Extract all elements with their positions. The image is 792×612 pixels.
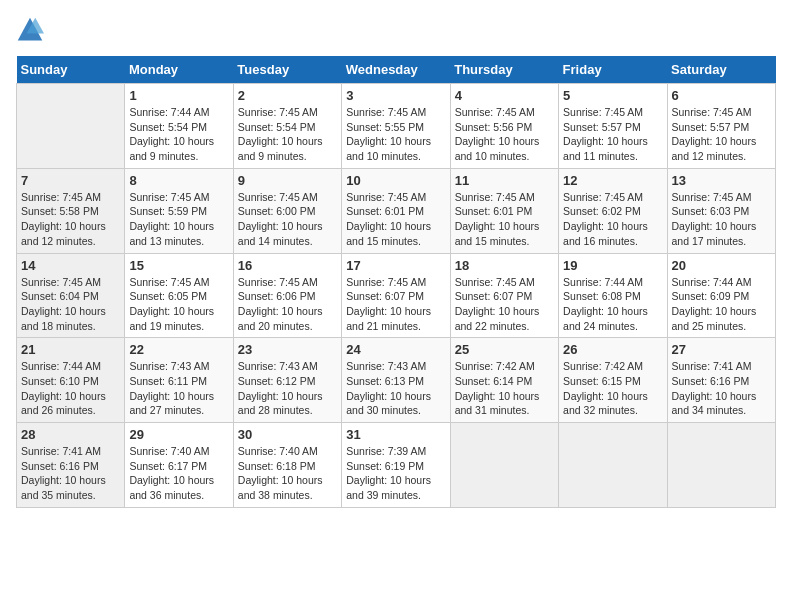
day-info: Sunrise: 7:40 AMSunset: 6:18 PMDaylight:… bbox=[238, 444, 337, 503]
day-info: Sunrise: 7:45 AMSunset: 5:54 PMDaylight:… bbox=[238, 105, 337, 164]
day-cell: 12Sunrise: 7:45 AMSunset: 6:02 PMDayligh… bbox=[559, 168, 667, 253]
week-row-5: 28Sunrise: 7:41 AMSunset: 6:16 PMDayligh… bbox=[17, 423, 776, 508]
day-number: 2 bbox=[238, 88, 337, 103]
day-cell: 14Sunrise: 7:45 AMSunset: 6:04 PMDayligh… bbox=[17, 253, 125, 338]
day-cell: 22Sunrise: 7:43 AMSunset: 6:11 PMDayligh… bbox=[125, 338, 233, 423]
day-cell: 2Sunrise: 7:45 AMSunset: 5:54 PMDaylight… bbox=[233, 84, 341, 169]
day-info: Sunrise: 7:45 AMSunset: 6:07 PMDaylight:… bbox=[346, 275, 445, 334]
day-cell: 9Sunrise: 7:45 AMSunset: 6:00 PMDaylight… bbox=[233, 168, 341, 253]
header-cell-wednesday: Wednesday bbox=[342, 56, 450, 84]
day-number: 25 bbox=[455, 342, 554, 357]
day-cell: 11Sunrise: 7:45 AMSunset: 6:01 PMDayligh… bbox=[450, 168, 558, 253]
day-info: Sunrise: 7:45 AMSunset: 5:57 PMDaylight:… bbox=[672, 105, 771, 164]
day-number: 20 bbox=[672, 258, 771, 273]
day-info: Sunrise: 7:45 AMSunset: 6:07 PMDaylight:… bbox=[455, 275, 554, 334]
day-cell: 17Sunrise: 7:45 AMSunset: 6:07 PMDayligh… bbox=[342, 253, 450, 338]
day-number: 3 bbox=[346, 88, 445, 103]
day-info: Sunrise: 7:45 AMSunset: 6:01 PMDaylight:… bbox=[346, 190, 445, 249]
day-info: Sunrise: 7:45 AMSunset: 5:55 PMDaylight:… bbox=[346, 105, 445, 164]
calendar-table: SundayMondayTuesdayWednesdayThursdayFrid… bbox=[16, 56, 776, 508]
day-cell bbox=[667, 423, 775, 508]
day-number: 11 bbox=[455, 173, 554, 188]
day-info: Sunrise: 7:45 AMSunset: 5:57 PMDaylight:… bbox=[563, 105, 662, 164]
day-number: 8 bbox=[129, 173, 228, 188]
day-info: Sunrise: 7:45 AMSunset: 5:58 PMDaylight:… bbox=[21, 190, 120, 249]
week-row-2: 7Sunrise: 7:45 AMSunset: 5:58 PMDaylight… bbox=[17, 168, 776, 253]
header-row: SundayMondayTuesdayWednesdayThursdayFrid… bbox=[17, 56, 776, 84]
day-cell: 21Sunrise: 7:44 AMSunset: 6:10 PMDayligh… bbox=[17, 338, 125, 423]
day-info: Sunrise: 7:41 AMSunset: 6:16 PMDaylight:… bbox=[21, 444, 120, 503]
day-cell bbox=[17, 84, 125, 169]
day-cell: 15Sunrise: 7:45 AMSunset: 6:05 PMDayligh… bbox=[125, 253, 233, 338]
day-number: 21 bbox=[21, 342, 120, 357]
day-cell: 30Sunrise: 7:40 AMSunset: 6:18 PMDayligh… bbox=[233, 423, 341, 508]
calendar-body: 1Sunrise: 7:44 AMSunset: 5:54 PMDaylight… bbox=[17, 84, 776, 508]
day-number: 27 bbox=[672, 342, 771, 357]
day-number: 5 bbox=[563, 88, 662, 103]
day-number: 14 bbox=[21, 258, 120, 273]
day-cell: 1Sunrise: 7:44 AMSunset: 5:54 PMDaylight… bbox=[125, 84, 233, 169]
day-cell: 23Sunrise: 7:43 AMSunset: 6:12 PMDayligh… bbox=[233, 338, 341, 423]
day-info: Sunrise: 7:44 AMSunset: 6:08 PMDaylight:… bbox=[563, 275, 662, 334]
day-number: 28 bbox=[21, 427, 120, 442]
page-header bbox=[16, 16, 776, 44]
day-info: Sunrise: 7:45 AMSunset: 6:01 PMDaylight:… bbox=[455, 190, 554, 249]
day-info: Sunrise: 7:42 AMSunset: 6:15 PMDaylight:… bbox=[563, 359, 662, 418]
day-cell: 8Sunrise: 7:45 AMSunset: 5:59 PMDaylight… bbox=[125, 168, 233, 253]
calendar-header: SundayMondayTuesdayWednesdayThursdayFrid… bbox=[17, 56, 776, 84]
day-info: Sunrise: 7:41 AMSunset: 6:16 PMDaylight:… bbox=[672, 359, 771, 418]
day-number: 17 bbox=[346, 258, 445, 273]
day-number: 24 bbox=[346, 342, 445, 357]
day-number: 1 bbox=[129, 88, 228, 103]
day-cell bbox=[450, 423, 558, 508]
day-info: Sunrise: 7:45 AMSunset: 5:59 PMDaylight:… bbox=[129, 190, 228, 249]
day-number: 12 bbox=[563, 173, 662, 188]
day-number: 13 bbox=[672, 173, 771, 188]
day-info: Sunrise: 7:39 AMSunset: 6:19 PMDaylight:… bbox=[346, 444, 445, 503]
day-number: 29 bbox=[129, 427, 228, 442]
week-row-4: 21Sunrise: 7:44 AMSunset: 6:10 PMDayligh… bbox=[17, 338, 776, 423]
day-number: 30 bbox=[238, 427, 337, 442]
day-cell: 29Sunrise: 7:40 AMSunset: 6:17 PMDayligh… bbox=[125, 423, 233, 508]
day-info: Sunrise: 7:45 AMSunset: 6:05 PMDaylight:… bbox=[129, 275, 228, 334]
day-cell: 5Sunrise: 7:45 AMSunset: 5:57 PMDaylight… bbox=[559, 84, 667, 169]
day-number: 4 bbox=[455, 88, 554, 103]
day-number: 22 bbox=[129, 342, 228, 357]
day-info: Sunrise: 7:44 AMSunset: 6:09 PMDaylight:… bbox=[672, 275, 771, 334]
day-info: Sunrise: 7:44 AMSunset: 5:54 PMDaylight:… bbox=[129, 105, 228, 164]
week-row-3: 14Sunrise: 7:45 AMSunset: 6:04 PMDayligh… bbox=[17, 253, 776, 338]
day-number: 15 bbox=[129, 258, 228, 273]
day-info: Sunrise: 7:43 AMSunset: 6:12 PMDaylight:… bbox=[238, 359, 337, 418]
day-cell: 10Sunrise: 7:45 AMSunset: 6:01 PMDayligh… bbox=[342, 168, 450, 253]
day-info: Sunrise: 7:43 AMSunset: 6:13 PMDaylight:… bbox=[346, 359, 445, 418]
day-number: 16 bbox=[238, 258, 337, 273]
day-number: 31 bbox=[346, 427, 445, 442]
day-cell: 3Sunrise: 7:45 AMSunset: 5:55 PMDaylight… bbox=[342, 84, 450, 169]
day-cell: 13Sunrise: 7:45 AMSunset: 6:03 PMDayligh… bbox=[667, 168, 775, 253]
day-cell: 7Sunrise: 7:45 AMSunset: 5:58 PMDaylight… bbox=[17, 168, 125, 253]
day-number: 26 bbox=[563, 342, 662, 357]
header-cell-saturday: Saturday bbox=[667, 56, 775, 84]
header-cell-monday: Monday bbox=[125, 56, 233, 84]
day-info: Sunrise: 7:45 AMSunset: 6:02 PMDaylight:… bbox=[563, 190, 662, 249]
logo-icon bbox=[16, 16, 44, 44]
day-number: 9 bbox=[238, 173, 337, 188]
day-cell: 19Sunrise: 7:44 AMSunset: 6:08 PMDayligh… bbox=[559, 253, 667, 338]
day-info: Sunrise: 7:45 AMSunset: 6:04 PMDaylight:… bbox=[21, 275, 120, 334]
day-cell: 28Sunrise: 7:41 AMSunset: 6:16 PMDayligh… bbox=[17, 423, 125, 508]
day-number: 23 bbox=[238, 342, 337, 357]
day-cell: 24Sunrise: 7:43 AMSunset: 6:13 PMDayligh… bbox=[342, 338, 450, 423]
day-cell: 25Sunrise: 7:42 AMSunset: 6:14 PMDayligh… bbox=[450, 338, 558, 423]
day-info: Sunrise: 7:45 AMSunset: 6:06 PMDaylight:… bbox=[238, 275, 337, 334]
day-cell: 26Sunrise: 7:42 AMSunset: 6:15 PMDayligh… bbox=[559, 338, 667, 423]
day-info: Sunrise: 7:45 AMSunset: 6:03 PMDaylight:… bbox=[672, 190, 771, 249]
logo bbox=[16, 16, 48, 44]
day-cell bbox=[559, 423, 667, 508]
day-cell: 6Sunrise: 7:45 AMSunset: 5:57 PMDaylight… bbox=[667, 84, 775, 169]
day-info: Sunrise: 7:45 AMSunset: 5:56 PMDaylight:… bbox=[455, 105, 554, 164]
day-cell: 27Sunrise: 7:41 AMSunset: 6:16 PMDayligh… bbox=[667, 338, 775, 423]
day-cell: 18Sunrise: 7:45 AMSunset: 6:07 PMDayligh… bbox=[450, 253, 558, 338]
day-cell: 20Sunrise: 7:44 AMSunset: 6:09 PMDayligh… bbox=[667, 253, 775, 338]
header-cell-sunday: Sunday bbox=[17, 56, 125, 84]
day-info: Sunrise: 7:40 AMSunset: 6:17 PMDaylight:… bbox=[129, 444, 228, 503]
